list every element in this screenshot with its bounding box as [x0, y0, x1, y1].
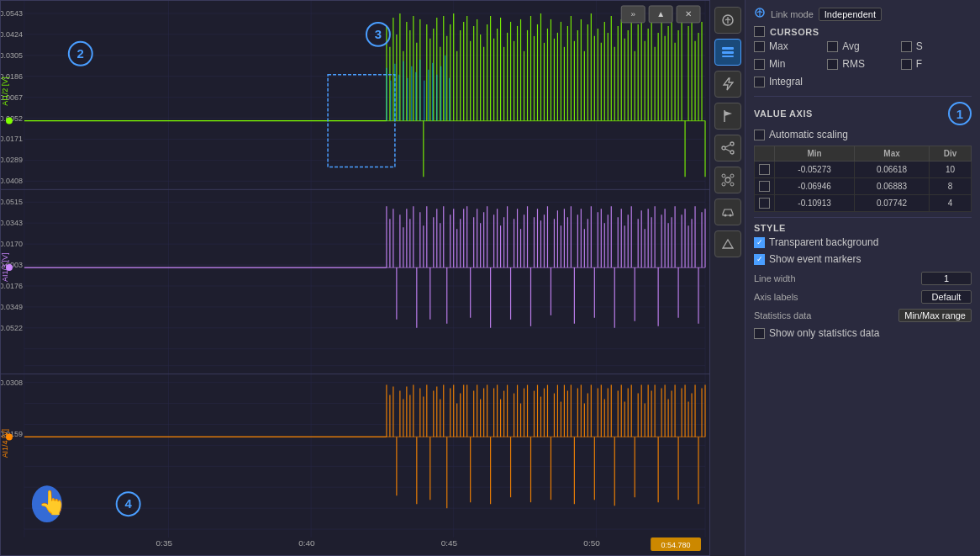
delta-icon[interactable] [714, 230, 741, 257]
value-axis-table: Min Max Div -0.05273 0.06618 10 -0.06946… [754, 146, 972, 212]
network-icon[interactable] [714, 167, 741, 193]
transparent-bg-label: Transparent background [769, 236, 878, 248]
svg-rect-393 [722, 51, 734, 54]
va-row2-max: 0.06883 [855, 178, 930, 195]
lightning-icon[interactable] [714, 71, 741, 98]
list-icon[interactable] [714, 39, 741, 66]
divider-1 [754, 96, 972, 97]
svg-point-409 [729, 214, 731, 217]
cursor-avg-row: Avg [827, 40, 898, 52]
cursor-f-row: F [901, 58, 972, 70]
side-icons [710, 0, 746, 556]
cursor-s-cb[interactable] [901, 41, 912, 52]
va-row1-max: 0.06618 [855, 162, 930, 178]
cursor-max-row: Max [754, 40, 825, 52]
svg-text:3: 3 [375, 27, 382, 41]
link-icon[interactable] [714, 7, 741, 34]
divider-2 [754, 217, 972, 218]
svg-text:0.0424: 0.0424 [1, 30, 23, 39]
svg-text:AI1/4 [V]: AI1/4 [V] [1, 429, 9, 458]
cursor-min-label: Min [769, 58, 785, 70]
flag-icon[interactable] [714, 103, 741, 130]
right-panel: Link mode Independent CURSORS Max Avg S [710, 0, 980, 556]
va-row2-min: -0.06946 [775, 178, 855, 195]
svg-rect-394 [722, 56, 734, 57]
va-row3-cb[interactable] [759, 198, 770, 209]
show-only-stats-label: Show only statistics data [769, 327, 879, 339]
svg-text:-0.0289: -0.0289 [1, 156, 23, 164]
car-icon[interactable] [714, 199, 741, 225]
va-row1-cb[interactable] [759, 164, 770, 175]
show-event-markers-cb[interactable]: ✓ [754, 254, 765, 265]
show-only-stats-row: Show only statistics data [754, 327, 972, 339]
svg-point-372 [6, 264, 13, 271]
cursor-rms-cb[interactable] [827, 59, 838, 70]
cursor-avg-label: Avg [842, 40, 859, 52]
cursor-avg-cb[interactable] [827, 41, 838, 52]
cursor-rms-label: RMS [842, 58, 865, 70]
svg-rect-392 [722, 47, 734, 50]
cursors-section-header: CURSORS [754, 26, 972, 37]
cursor-integral-cb[interactable] [754, 77, 765, 87]
svg-text:0:50: 0:50 [583, 538, 600, 548]
auto-scaling-label: Automatic scaling [769, 129, 848, 140]
cursor-max-cb[interactable] [754, 41, 765, 52]
va-th-div: Div [929, 146, 971, 162]
value-axis-label: VALUE AXIS [754, 109, 813, 119]
cursors-checkbox[interactable] [754, 26, 765, 37]
link-mode-label: Link mode [771, 9, 814, 19]
svg-line-407 [730, 177, 730, 178]
svg-text:-0.0176: -0.0176 [1, 282, 23, 290]
cursors-label: CURSORS [770, 27, 819, 37]
svg-rect-0 [1, 1, 709, 555]
va-row1-div: 10 [929, 162, 971, 178]
transparent-bg-cb[interactable]: ✓ [754, 237, 765, 248]
cursor-integral-label: Integral [769, 76, 803, 87]
statistics-data-row: Statistics data Min/Max range [754, 309, 972, 322]
svg-text:4: 4 [124, 496, 132, 511]
chart-area: 0.0543 0.0424 0.0305 0.0186 0.0067 -0.00… [0, 0, 710, 556]
svg-text:»: » [630, 9, 635, 19]
cursor-max-label: Max [769, 40, 788, 52]
va-row3-div: 4 [929, 195, 971, 212]
va-row2-cb[interactable] [759, 181, 770, 192]
svg-point-408 [724, 214, 726, 217]
cursor-min-cb[interactable] [754, 59, 765, 70]
line-width-value[interactable]: 1 [921, 272, 972, 285]
line-width-label: Line width [754, 273, 796, 283]
axis-labels-value[interactable]: Default [921, 290, 972, 304]
svg-text:0.0343: 0.0343 [1, 219, 23, 227]
cursor-rms-row: RMS [827, 58, 898, 70]
cursor-f-cb[interactable] [901, 59, 912, 70]
va-row-2: -0.06946 0.06883 8 [755, 178, 972, 195]
svg-text:0.0305: 0.0305 [1, 51, 23, 60]
va-row1-min: -0.05273 [775, 162, 855, 178]
va-row-3: -0.10913 0.07742 4 [755, 195, 972, 212]
statistics-data-value[interactable]: Min/Max range [898, 309, 972, 322]
link-mode-row: Link mode Independent [754, 7, 972, 21]
svg-point-373 [6, 433, 13, 440]
va-row3-min: -0.10913 [775, 195, 855, 212]
svg-point-403 [730, 174, 734, 177]
svg-text:2: 2 [77, 46, 84, 61]
svg-text:-0.0349: -0.0349 [1, 303, 23, 311]
svg-point-396 [730, 142, 734, 146]
svg-point-371 [6, 118, 13, 124]
auto-scaling-cb[interactable] [754, 130, 765, 140]
auto-scaling-row: Automatic scaling [754, 129, 972, 140]
show-only-stats-cb[interactable] [754, 328, 765, 339]
value-axis-header: VALUE AXIS [754, 109, 813, 119]
svg-text:0.0170: 0.0170 [1, 240, 23, 248]
link-mode-value[interactable]: Independent [819, 8, 882, 21]
axis-labels-row: Axis labels Default [754, 290, 972, 304]
cursor-s-label: S [916, 40, 923, 52]
svg-text:0.0515: 0.0515 [1, 198, 23, 206]
svg-line-399 [725, 145, 730, 147]
svg-text:-0.0522: -0.0522 [1, 324, 23, 332]
share-icon[interactable] [714, 135, 741, 162]
svg-text:0:35: 0:35 [156, 538, 173, 548]
cursor-f-label: F [916, 58, 922, 70]
link-icon-small [754, 7, 766, 21]
svg-text:0:45: 0:45 [441, 538, 458, 548]
cursor-s-row: S [901, 40, 972, 52]
